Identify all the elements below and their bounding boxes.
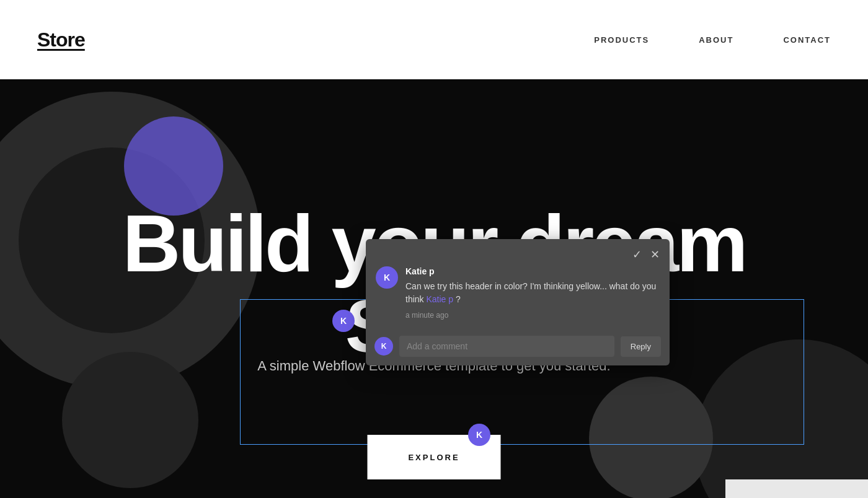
comment-text-after: ? <box>453 294 461 304</box>
modal-check-button[interactable]: ✓ <box>632 248 642 261</box>
comment-timestamp: a minute ago <box>405 311 660 320</box>
explore-label: EXPLORE <box>408 453 459 462</box>
comment-content: Katie p Can we try this header in color?… <box>405 266 660 320</box>
comment-modal: ✓ ✕ K Katie p Can we try this header in … <box>366 239 670 365</box>
nav-products[interactable]: PRODUCTS <box>594 35 649 45</box>
header: Store PRODUCTS ABOUT CONTACT <box>0 0 868 79</box>
site-logo[interactable]: Store <box>37 28 85 51</box>
reply-avatar: K <box>374 337 393 356</box>
nav-contact[interactable]: CONTACT <box>783 35 831 45</box>
nav-about[interactable]: ABOUT <box>699 35 733 45</box>
comment-body: K Katie p Can we try this header in colo… <box>366 261 670 330</box>
comment-avatar: K <box>376 266 398 289</box>
comment-mention[interactable]: Katie p <box>426 294 453 304</box>
avatar-selection: K <box>332 310 355 332</box>
reply-button[interactable]: Reply <box>621 336 661 357</box>
comment-text: Can we try this header in color? I'm thi… <box>405 280 660 306</box>
comment-reply-area: K Reply <box>366 330 670 365</box>
modal-close-button[interactable]: ✕ <box>650 248 660 261</box>
hero-section: Build your dreamStore K A simple Webflow… <box>0 79 868 498</box>
bottom-panel <box>725 479 868 498</box>
comment-author: Katie p <box>405 266 660 276</box>
main-nav: PRODUCTS ABOUT CONTACT <box>594 35 831 45</box>
avatar-floating: K <box>468 424 490 446</box>
reply-input[interactable] <box>399 336 614 357</box>
comment-modal-header: ✓ ✕ <box>366 239 670 261</box>
